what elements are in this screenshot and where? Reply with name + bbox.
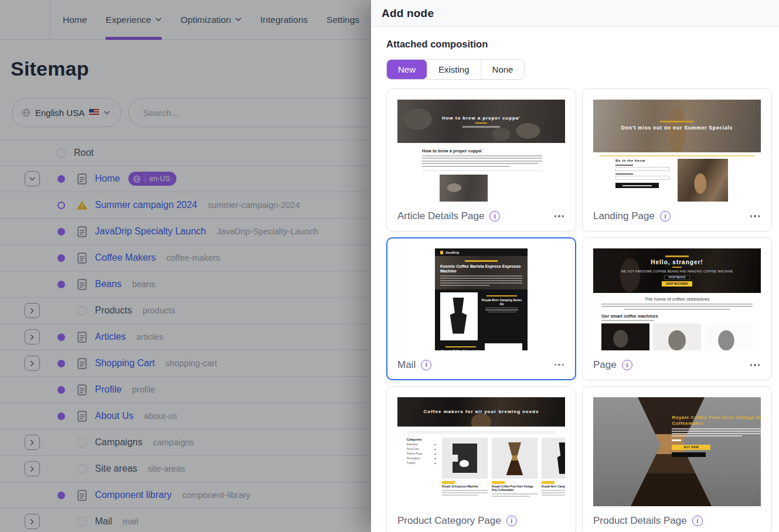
thumb-hero-title: How to brew a proper cuppa' <box>442 115 521 121</box>
thumb-body-title: The home of coffee obsessives <box>601 296 753 302</box>
card-menu-button[interactable] <box>749 362 761 369</box>
thumb-buy-button: BUY NOW <box>672 445 710 450</box>
thumb-category: Pour-Over <box>407 448 419 451</box>
card-thumbnail: Royale Coffee Pour-Over Vintage Drip Cof… <box>593 397 761 506</box>
thumb-block-title: Royale Brrrr Camping Series Kit <box>481 298 522 306</box>
thumb-form-title: Be in the know <box>615 159 669 162</box>
thumb-hero-title: Coffee makers for all your brewing needs <box>413 409 550 415</box>
info-icon[interactable]: i <box>622 360 632 370</box>
composition-mode-tabs: New Existing None <box>386 59 525 80</box>
tab-none[interactable]: None <box>481 60 525 79</box>
card-thumbnail: Don't miss out on our Summer Specials Be… <box>593 100 761 202</box>
thumb-category: Espresso <box>407 443 418 446</box>
card-title: Landing Page <box>593 210 655 222</box>
card-mail[interactable]: JavaDrip Kosmic Coffee Barista Express E… <box>386 237 576 380</box>
thumb-hero-title: Hello, stranger! <box>651 259 703 265</box>
panel-title: Add node <box>382 7 434 20</box>
card-menu-button[interactable] <box>553 213 566 220</box>
thumb-button: SHOP BEANS <box>664 275 690 280</box>
card-title: Product Category Page <box>397 515 501 527</box>
thumb-body-title: How to brew a proper cuppa' <box>422 148 558 154</box>
thumb-hero-subtitle: WE GOT AWESOME COFFEE BEANS AND AMAZING … <box>621 270 733 273</box>
add-node-panel: Add node Attached composition New Existi… <box>371 0 779 532</box>
info-icon[interactable]: i <box>506 516 517 526</box>
thumb-hero-title: Kosmic Coffee Barista Express Espresso M… <box>440 264 522 274</box>
info-icon[interactable]: i <box>692 516 703 526</box>
card-title: Mail <box>397 359 416 371</box>
card-thumbnail: Coffee makers for all your brewing needs… <box>397 397 565 506</box>
card-thumbnail: How to brew a proper cuppa' How to brew … <box>397 100 565 202</box>
card-product-category-page[interactable]: Coffee makers for all your brewing needs… <box>386 386 576 532</box>
thumb-category: French Press <box>407 452 423 455</box>
thumb-section-title: Our smart coffee machines <box>601 313 753 319</box>
thumb-category: Percolators <box>407 457 420 460</box>
thumb-brand: JavaDrip <box>445 251 460 254</box>
thumb-product-title: Royale Brrrr Camping Coffee Pot <box>542 485 565 489</box>
card-landing-page[interactable]: Don't miss out on our Summer Specials Be… <box>582 88 772 231</box>
card-menu-button[interactable] <box>553 362 566 369</box>
card-title: Product Details Page <box>593 515 687 527</box>
thumb-hero-title: Royale Coffee Pour-Over Vintage Drip Cof… <box>672 415 761 427</box>
card-article-details-page[interactable]: How to brew a proper cuppa' How to brew … <box>386 88 576 231</box>
screen: Home Experience Optimization Integration… <box>0 0 779 532</box>
thumb-category: Turkish <box>407 462 416 465</box>
section-title: Attached composition <box>386 39 772 50</box>
composition-card-grid: How to brew a proper cuppa' How to brew … <box>386 88 772 532</box>
thumb-button: SHOP MACHINES <box>662 281 692 287</box>
tab-existing[interactable]: Existing <box>427 60 481 79</box>
info-icon[interactable]: i <box>660 211 671 221</box>
card-thumbnail: Hello, stranger! WE GOT AWESOME COFFEE B… <box>593 248 761 350</box>
thumb-hero-title: Don't miss out on our Summer Specials <box>615 125 739 131</box>
thumb-product-title: Royale 10 Espresso Machine <box>442 485 488 489</box>
card-title: Page <box>593 359 617 371</box>
thumb-product-title: Royale Coffee Pour-Over Vintage Drip Cof… <box>492 485 538 492</box>
javadrip-logo <box>440 251 443 254</box>
card-title: Article Details Page <box>397 210 484 222</box>
card-thumbnail: JavaDrip Kosmic Coffee Barista Express E… <box>397 248 565 350</box>
info-icon[interactable]: i <box>489 211 500 221</box>
panel-header: Add node <box>371 0 779 27</box>
info-icon[interactable]: i <box>421 360 431 370</box>
card-page[interactable]: Hello, stranger! WE GOT AWESOME COFFEE B… <box>582 237 772 380</box>
thumb-block-title: Kosmic Coffee Unbreakable Pour Over Repl… <box>440 349 481 350</box>
thumb-sidebar-title: Categories <box>407 438 436 441</box>
card-menu-button[interactable] <box>749 213 761 220</box>
tab-new[interactable]: New <box>387 60 427 79</box>
card-product-details-page[interactable]: Royale Coffee Pour-Over Vintage Drip Cof… <box>582 386 772 532</box>
